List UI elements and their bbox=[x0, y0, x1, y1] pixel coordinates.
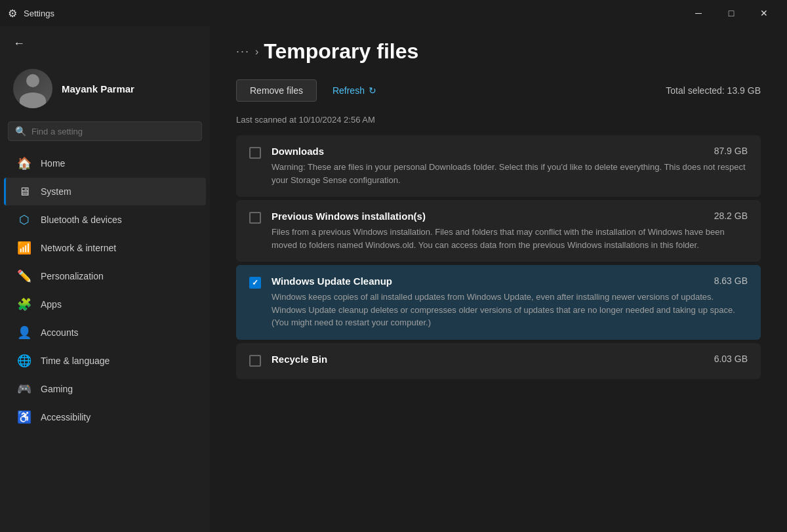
file-name-downloads: Downloads bbox=[272, 146, 324, 157]
app-container: ← Mayank Parmar 🔍 🏠 Home 🖥 System bbox=[0, 26, 787, 532]
file-info-prev-windows: Previous Windows installation(s) 28.2 GB… bbox=[272, 211, 748, 251]
apps-icon: 🧩 bbox=[17, 297, 31, 312]
file-header-prev-windows: Previous Windows installation(s) 28.2 GB bbox=[272, 211, 748, 222]
sidebar-item-time-label: Time & language bbox=[41, 356, 110, 366]
file-size-prev-windows: 28.2 GB bbox=[714, 211, 748, 221]
refresh-label: Refresh bbox=[333, 85, 365, 96]
breadcrumb-dots[interactable]: ··· bbox=[236, 45, 250, 58]
accessibility-icon: ♿ bbox=[17, 410, 31, 424]
checkbox-downloads[interactable] bbox=[249, 147, 261, 159]
accounts-icon: 👤 bbox=[17, 325, 31, 340]
sidebar-item-network-label: Network & internet bbox=[41, 243, 116, 253]
user-name: Mayank Parmar bbox=[62, 83, 134, 94]
file-desc-downloads: Warning: These are files in your persona… bbox=[272, 161, 748, 186]
file-list: Downloads 87.9 GB Warning: These are fil… bbox=[210, 135, 787, 382]
file-item-recycle-bin: Recycle Bin 6.03 GB bbox=[236, 343, 761, 379]
network-icon: 📶 bbox=[17, 241, 31, 255]
sidebar-nav: 🏠 Home 🖥 System ⬡ Bluetooth & devices 📶 … bbox=[0, 149, 210, 432]
sidebar-item-accounts[interactable]: 👤 Accounts bbox=[4, 319, 206, 346]
remove-files-button[interactable]: Remove files bbox=[236, 79, 317, 102]
sidebar-item-system-label: System bbox=[41, 186, 71, 197]
search-container: 🔍 bbox=[0, 121, 210, 149]
scan-info: Last scanned at 10/10/2024 2:56 AM bbox=[210, 115, 787, 135]
avatar bbox=[13, 69, 52, 108]
sidebar-item-personalization-label: Personalization bbox=[41, 271, 104, 281]
total-selected: Total selected: 13.9 GB bbox=[666, 85, 761, 96]
sidebar-item-apps-label: Apps bbox=[41, 299, 62, 310]
sidebar-item-accessibility-label: Accessibility bbox=[41, 412, 91, 422]
refresh-icon: ↻ bbox=[369, 85, 376, 96]
file-header-recycle-bin: Recycle Bin 6.03 GB bbox=[272, 354, 748, 365]
content-header: ··· › Temporary files bbox=[210, 26, 787, 79]
search-input[interactable] bbox=[31, 127, 195, 136]
user-profile: Mayank Parmar bbox=[0, 58, 210, 121]
sidebar-item-time[interactable]: 🌐 Time & language bbox=[4, 347, 206, 375]
app-icon: ⚙ bbox=[8, 7, 17, 20]
sidebar-item-gaming-label: Gaming bbox=[41, 384, 73, 394]
titlebar-controls: ─ □ ✕ bbox=[683, 3, 779, 24]
personalization-icon: ✏️ bbox=[17, 269, 31, 283]
search-icon: 🔍 bbox=[15, 126, 26, 136]
file-item-windows-update: Windows Update Cleanup 8.63 GB Windows k… bbox=[236, 265, 761, 340]
file-info-recycle-bin: Recycle Bin 6.03 GB bbox=[272, 354, 748, 369]
file-info-downloads: Downloads 87.9 GB Warning: These are fil… bbox=[272, 146, 748, 186]
home-icon: 🏠 bbox=[17, 156, 31, 171]
search-box: 🔍 bbox=[8, 121, 202, 141]
file-header-windows-update: Windows Update Cleanup 8.63 GB bbox=[272, 276, 748, 287]
file-desc-windows-update: Windows keeps copies of all installed up… bbox=[272, 291, 748, 329]
bluetooth-icon: ⬡ bbox=[17, 213, 31, 227]
refresh-button[interactable]: Refresh ↻ bbox=[322, 80, 387, 101]
file-size-recycle-bin: 6.03 GB bbox=[714, 354, 748, 364]
back-button[interactable]: ← bbox=[8, 34, 30, 53]
close-button[interactable]: ✕ bbox=[749, 3, 779, 24]
sidebar-item-accessibility[interactable]: ♿ Accessibility bbox=[4, 403, 206, 431]
breadcrumb-chevron: › bbox=[255, 46, 258, 58]
system-icon: 🖥 bbox=[17, 184, 31, 199]
file-info-windows-update: Windows Update Cleanup 8.63 GB Windows k… bbox=[272, 276, 748, 329]
toolbar: Remove files Refresh ↻ Total selected: 1… bbox=[210, 79, 787, 115]
sidebar: ← Mayank Parmar 🔍 🏠 Home 🖥 System bbox=[0, 26, 210, 532]
sidebar-item-accounts-label: Accounts bbox=[41, 327, 79, 338]
sidebar-item-bluetooth[interactable]: ⬡ Bluetooth & devices bbox=[4, 206, 206, 234]
file-size-windows-update: 8.63 GB bbox=[714, 276, 748, 286]
file-desc-prev-windows: Files from a previous Windows installati… bbox=[272, 226, 748, 251]
checkbox-prev-windows[interactable] bbox=[249, 212, 261, 224]
file-name-prev-windows: Previous Windows installation(s) bbox=[272, 211, 426, 222]
sidebar-item-home[interactable]: 🏠 Home bbox=[4, 150, 206, 177]
file-header-downloads: Downloads 87.9 GB bbox=[272, 146, 748, 157]
file-item-downloads: Downloads 87.9 GB Warning: These are fil… bbox=[236, 135, 761, 197]
file-name-windows-update: Windows Update Cleanup bbox=[272, 276, 392, 287]
sidebar-item-network[interactable]: 📶 Network & internet bbox=[4, 234, 206, 262]
minimize-button[interactable]: ─ bbox=[683, 3, 714, 24]
page-title: Temporary files bbox=[264, 39, 418, 64]
file-name-recycle-bin: Recycle Bin bbox=[272, 354, 327, 365]
sidebar-item-home-label: Home bbox=[41, 158, 65, 169]
titlebar-title: Settings bbox=[24, 9, 54, 18]
sidebar-item-personalization[interactable]: ✏️ Personalization bbox=[4, 262, 206, 290]
sidebar-item-apps[interactable]: 🧩 Apps bbox=[4, 291, 206, 318]
time-icon: 🌐 bbox=[17, 354, 31, 368]
content-area: ··· › Temporary files Remove files Refre… bbox=[210, 26, 787, 532]
sidebar-item-bluetooth-label: Bluetooth & devices bbox=[41, 215, 122, 225]
titlebar-left: ⚙ Settings bbox=[8, 7, 54, 20]
sidebar-item-gaming[interactable]: 🎮 Gaming bbox=[4, 375, 206, 403]
sidebar-item-system[interactable]: 🖥 System bbox=[4, 178, 206, 205]
titlebar: ⚙ Settings ─ □ ✕ bbox=[0, 0, 787, 26]
maximize-button[interactable]: □ bbox=[716, 3, 746, 24]
file-item-prev-windows: Previous Windows installation(s) 28.2 GB… bbox=[236, 200, 761, 262]
gaming-icon: 🎮 bbox=[17, 382, 31, 396]
checkbox-recycle-bin[interactable] bbox=[249, 355, 261, 367]
file-size-downloads: 87.9 GB bbox=[714, 146, 748, 156]
checkbox-windows-update[interactable] bbox=[249, 277, 261, 289]
